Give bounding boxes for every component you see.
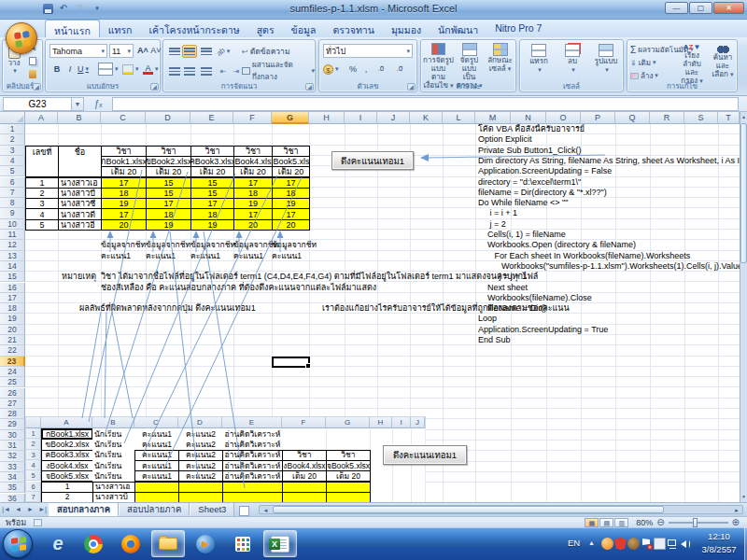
clear-button[interactable]: ล้าง▾ [630, 70, 658, 81]
align-middle-button[interactable] [182, 45, 197, 58]
dialog-launcher-icon[interactable]: ◢ [150, 83, 159, 91]
row-header-9[interactable]: 9 [0, 208, 25, 218]
cell-score[interactable]: 20 [101, 219, 147, 231]
pull-scores-button-bottom[interactable]: ดึงคะแนนเทอม1 [383, 445, 467, 465]
zoom-out-icon[interactable]: ⊖ [656, 517, 664, 527]
cell-student-name[interactable]: นางสาวอี [58, 219, 102, 231]
ribbon-tab-ข้อมูล[interactable]: ข้อมูล [283, 20, 325, 37]
row-header-35[interactable]: 35 [0, 483, 25, 493]
row-header-1[interactable]: 1 [0, 124, 25, 134]
next-sheet-icon[interactable]: ► [24, 503, 36, 516]
sheet-tab-สอบปลายภาค[interactable]: สอบปลายภาค [119, 503, 190, 516]
row-header-8[interactable]: 8 [0, 198, 25, 208]
prev-sheet-icon[interactable]: ◄ [12, 503, 24, 516]
column-header-P[interactable]: P [581, 112, 615, 124]
format-painter-button[interactable] [25, 68, 40, 79]
fill-color-button[interactable]: ▾ [122, 63, 139, 76]
vertical-scroll-thumb[interactable] [740, 123, 747, 263]
formula-input[interactable] [112, 97, 739, 111]
row-header-30[interactable]: 30 [0, 430, 25, 441]
cell-score[interactable]: 20 [272, 219, 310, 231]
column-header-K[interactable]: K [410, 112, 443, 124]
dialog-launcher-icon[interactable]: ◢ [407, 83, 416, 91]
font-name-select[interactable]: Tahoma▾ [49, 44, 107, 58]
number-format-select[interactable]: ทั่วไป▾ [323, 44, 413, 58]
row-header-12[interactable]: 12 [0, 240, 25, 250]
horizontal-scrollbar[interactable]: ◄ ► [259, 505, 743, 514]
minimize-button[interactable]: — [665, 2, 688, 14]
font-size-select[interactable]: 11▾ [109, 44, 134, 58]
ribbon-tab-สูตร[interactable]: สูตร [248, 20, 283, 37]
row-header-21[interactable]: 21 [0, 335, 25, 345]
taskbar-ie[interactable]: e [41, 530, 75, 557]
sort-filter-button[interactable]: AZ▼ เรียงลำดับ และกรอง▾ [676, 44, 708, 85]
column-header-R[interactable]: R [650, 112, 684, 124]
align-left-button[interactable] [167, 64, 182, 77]
row-header-33[interactable]: 33 [0, 462, 25, 472]
underline-button[interactable]: U▾ [76, 63, 91, 76]
column-header-H[interactable]: H [309, 112, 345, 124]
cell-score[interactable]: 20 [233, 219, 273, 231]
cell-styles-button[interactable]: ลักษณะ เซลล์▾ [485, 43, 515, 73]
row-header-28[interactable]: 28 [0, 409, 25, 419]
align-bottom-button[interactable] [199, 45, 214, 58]
border-button[interactable]: ▾ [98, 63, 119, 76]
row-header-32[interactable]: 32 [0, 451, 25, 461]
tray-shield-icon[interactable] [614, 538, 627, 550]
column-header-T[interactable]: T [718, 112, 740, 124]
orientation-button[interactable]: ab▾ [216, 45, 231, 58]
column-header-B[interactable]: B [58, 112, 101, 124]
ribbon-tab-แทรก[interactable]: แทรก [100, 20, 141, 37]
ribbon-tab-นักพัฒนา[interactable]: นักพัฒนา [430, 20, 486, 37]
scroll-down-icon[interactable]: ▼ [740, 492, 747, 502]
ribbon-tab-หน้าแรก[interactable]: หน้าแรก [45, 20, 100, 37]
row-header-10[interactable]: 10 [0, 219, 25, 230]
column-header-C[interactable]: C [101, 112, 146, 124]
column-header-L[interactable]: L [443, 112, 475, 124]
taskbar-explorer[interactable] [151, 530, 185, 557]
row-header-6[interactable]: 6 [0, 177, 25, 188]
sheet-tab-Sheet3[interactable]: Sheet3 [190, 503, 234, 516]
zoom-slider-thumb[interactable] [693, 518, 698, 527]
tray-expand-icon[interactable]: ▲ [588, 539, 595, 546]
row-header-20[interactable]: 20 [0, 325, 25, 335]
name-box[interactable]: G23 [3, 97, 72, 111]
wrap-text-button[interactable]: ↩ ตัดข้อความ [242, 45, 290, 58]
format-cells-button[interactable]: รูปแบบ▾ [591, 44, 621, 74]
row-header-17[interactable]: 17 [0, 293, 25, 303]
embedded-result-picture[interactable]: ABCDEFGHIJ1กBook1.xlsxนักเรียนคะแนน1คะแน… [26, 417, 425, 502]
select-all-corner[interactable] [0, 112, 25, 124]
column-header-N[interactable]: N [511, 112, 546, 124]
row-header-27[interactable]: 27 [0, 399, 25, 409]
cell-student-no[interactable]: 5 [25, 219, 59, 231]
row-header-26[interactable]: 26 [0, 388, 25, 399]
dialog-launcher-icon[interactable]: ◢ [305, 83, 314, 91]
ribbon-tab-ตรวจทาน[interactable]: ตรวจทาน [324, 20, 383, 37]
ribbon-tab-เค้าโครงหน้ากระดาษ[interactable]: เค้าโครงหน้ากระดาษ [140, 20, 247, 37]
cell-no-header[interactable]: เลขที่ [25, 146, 59, 178]
column-header-A[interactable]: A [25, 112, 58, 124]
tray-network-icon[interactable] [667, 538, 679, 550]
macro-record-icon[interactable] [34, 519, 42, 526]
increase-decimal-button[interactable]: .0⃖ [374, 63, 388, 76]
column-header-Q[interactable]: Q [615, 112, 650, 124]
pull-scores-button-top[interactable]: ดึงคะแนนเทอม1 [331, 151, 414, 170]
column-header-F[interactable]: F [233, 112, 272, 124]
fill-button[interactable]: ⇓ เติม▾ [630, 57, 655, 68]
sheet-tab-สอบกลางภาค[interactable]: สอบกลางภาค [49, 503, 119, 516]
row-header-7[interactable]: 7 [0, 188, 25, 198]
taskbar-excel[interactable]: X [263, 530, 297, 557]
horizontal-scroll-thumb[interactable] [273, 506, 664, 513]
ribbon-tab-มุมมอง[interactable]: มุมมอง [383, 20, 430, 37]
tray-clock[interactable]: 12:10 3/8/2557 [695, 530, 743, 556]
row-header-4[interactable]: 4 [0, 156, 25, 166]
column-header-E[interactable]: E [190, 112, 233, 124]
ribbon-tab-Nitro Pro 7[interactable]: Nitro Pro 7 [486, 20, 550, 37]
column-header-I[interactable]: I [345, 112, 377, 124]
normal-view-button[interactable]: ▦ [585, 518, 599, 527]
row-header-2[interactable]: 2 [0, 134, 25, 145]
row-header-22[interactable]: 22 [0, 345, 25, 356]
zoom-in-icon[interactable]: ⊕ [732, 517, 740, 527]
column-header-G[interactable]: G [272, 112, 309, 124]
decrease-decimal-button[interactable]: .0⃗ [392, 63, 407, 76]
